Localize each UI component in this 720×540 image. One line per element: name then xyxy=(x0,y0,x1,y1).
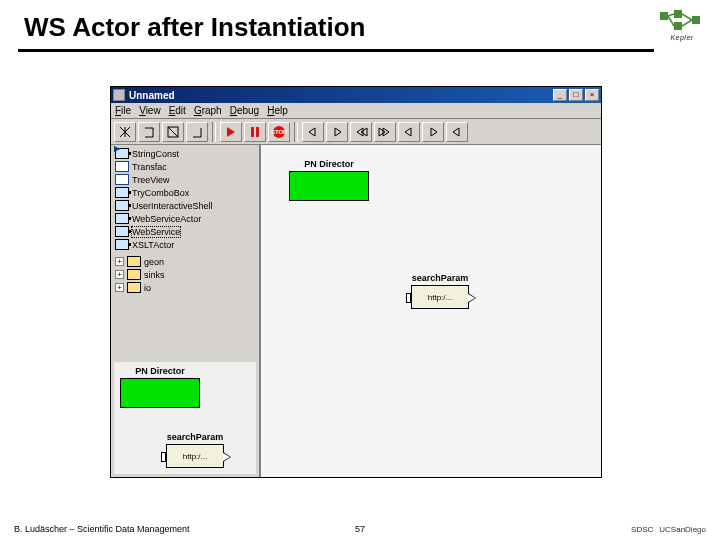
nav-7[interactable] xyxy=(446,122,468,142)
tree-item: UserInteractiveShell xyxy=(115,199,257,212)
tree-folder: +io xyxy=(115,281,257,294)
actor-tree[interactable]: StringConst Transfac TreeView TryComboBo… xyxy=(111,145,259,298)
kepler-logo-label: Kepler xyxy=(658,34,706,41)
menu-help[interactable]: Help xyxy=(267,105,288,116)
tree-item: TryComboBox xyxy=(115,186,257,199)
svg-line-7 xyxy=(682,20,692,26)
slide-root: WS Actor after Instantiation Kepler Unna… xyxy=(0,0,720,540)
nav-6[interactable] xyxy=(422,122,444,142)
svg-rect-1 xyxy=(674,10,682,18)
toolbar-arrow-2[interactable] xyxy=(138,122,160,142)
svg-marker-11 xyxy=(357,128,363,136)
svg-marker-13 xyxy=(383,128,389,136)
app-window: Unnamed _ □ × File View Edit Graph Debug… xyxy=(110,86,602,478)
menu-graph[interactable]: Graph xyxy=(194,105,222,116)
actor-value: http:/... xyxy=(183,452,207,461)
system-menu-icon[interactable] xyxy=(113,89,125,101)
tree-item-selected: WebService xyxy=(115,225,257,238)
menu-view[interactable]: View xyxy=(139,105,161,116)
tree-item: WebServiceActor xyxy=(115,212,257,225)
footer-logos: SDSC UCSanDiego xyxy=(631,525,706,534)
stop-button[interactable]: STOP xyxy=(268,122,290,142)
window-titlebar: Unnamed _ □ × xyxy=(111,87,601,103)
window-title: Unnamed xyxy=(129,90,175,101)
workflow-canvas[interactable]: PN Director searchParam http:/... xyxy=(261,145,601,477)
actor-label: PN Director xyxy=(120,366,200,376)
expand-icon[interactable]: + xyxy=(115,283,124,292)
actor-box: http:/... xyxy=(166,444,224,468)
stop-icon: STOP xyxy=(273,126,285,138)
svg-line-6 xyxy=(682,14,692,20)
svg-marker-9 xyxy=(309,128,315,136)
nav-4[interactable] xyxy=(374,122,396,142)
tree-item: TreeView xyxy=(115,173,257,186)
toolbar: STOP xyxy=(111,119,601,145)
tree-item: XSLTActor xyxy=(115,238,257,251)
toolbar-arrow-4[interactable] xyxy=(186,122,208,142)
svg-line-4 xyxy=(668,14,674,16)
preview-pn-director[interactable]: PN Director xyxy=(120,366,200,408)
play-icon xyxy=(227,127,235,137)
svg-marker-15 xyxy=(405,128,411,136)
svg-rect-3 xyxy=(692,16,700,24)
tree-folder: +sinks xyxy=(115,268,257,281)
canvas-pn-director[interactable]: PN Director xyxy=(289,159,369,201)
footer-logo-sdsc: SDSC xyxy=(631,525,653,534)
maximize-button[interactable]: □ xyxy=(569,89,583,101)
toolbar-arrow-3[interactable] xyxy=(162,122,184,142)
actor-label: PN Director xyxy=(289,159,369,169)
actor-label: searchParam xyxy=(166,432,224,442)
svg-rect-0 xyxy=(660,12,668,20)
preview-search-param[interactable]: searchParam http:/... xyxy=(166,432,224,468)
play-button[interactable] xyxy=(220,122,242,142)
minimize-button[interactable]: _ xyxy=(553,89,567,101)
pause-icon xyxy=(251,127,259,137)
menubar: File View Edit Graph Debug Help xyxy=(111,103,601,119)
pause-button[interactable] xyxy=(244,122,266,142)
slide-footer: B. Ludäscher – Scientific Data Managemen… xyxy=(0,524,720,534)
menu-edit[interactable]: Edit xyxy=(169,105,186,116)
actor-box xyxy=(289,171,369,201)
tree-item: Transfac xyxy=(115,160,257,173)
footer-logo-ucsd: UCSanDiego xyxy=(659,525,706,534)
actor-box xyxy=(120,378,200,408)
actor-label: searchParam xyxy=(411,273,469,283)
menu-file[interactable]: File xyxy=(115,105,131,116)
nav-2[interactable] xyxy=(326,122,348,142)
toolbar-separator-2 xyxy=(294,122,298,142)
svg-marker-10 xyxy=(335,128,341,136)
canvas-search-param[interactable]: searchParam http:/... xyxy=(411,273,469,309)
expand-icon[interactable]: + xyxy=(115,257,124,266)
svg-marker-16 xyxy=(431,128,437,136)
menu-debug[interactable]: Debug xyxy=(230,105,259,116)
work-area: StringConst Transfac TreeView TryComboBo… xyxy=(111,145,601,477)
toolbar-arrow-1[interactable] xyxy=(114,122,136,142)
tree-item: StringConst xyxy=(115,147,257,160)
close-button[interactable]: × xyxy=(585,89,599,101)
toolbar-separator-1 xyxy=(212,122,216,142)
footer-credit: B. Ludäscher – Scientific Data Managemen… xyxy=(14,524,190,534)
nav-1[interactable] xyxy=(302,122,324,142)
kepler-logo: Kepler xyxy=(658,8,706,42)
title-rule xyxy=(18,49,654,52)
page-number: 57 xyxy=(355,524,365,534)
sidebar-preview-panel: PN Director searchParam http:/... xyxy=(114,362,256,474)
actor-box: http:/... xyxy=(411,285,469,309)
tree-folder: +geon xyxy=(115,255,257,268)
svg-rect-2 xyxy=(674,22,682,30)
nav-3[interactable] xyxy=(350,122,372,142)
actor-value: http:/... xyxy=(428,293,452,302)
svg-marker-17 xyxy=(453,128,459,136)
nav-5[interactable] xyxy=(398,122,420,142)
slide-title: WS Actor after Instantiation xyxy=(0,0,720,49)
svg-line-5 xyxy=(668,16,674,26)
expand-icon[interactable]: + xyxy=(115,270,124,279)
sidebar: StringConst Transfac TreeView TryComboBo… xyxy=(111,145,261,477)
